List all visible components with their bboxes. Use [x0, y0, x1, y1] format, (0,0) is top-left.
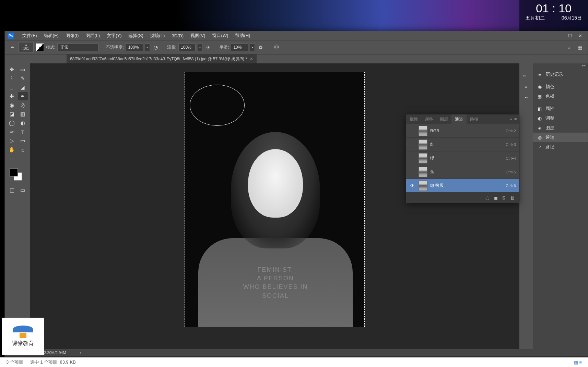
explorer-status-bar: 3 个项目 选中 1 个项目 83.9 KB ▦ ≡	[0, 357, 588, 367]
panel-swatches[interactable]: ▦ 色板	[533, 91, 588, 101]
quick-select-tool[interactable]: ✎	[18, 74, 28, 83]
shape-tool[interactable]: ▭	[18, 137, 28, 145]
menu-layer[interactable]: 图层(L)	[82, 31, 103, 40]
airbrush-icon[interactable]: ✈	[204, 44, 212, 51]
channel-row-blue[interactable]: 蓝 Ctrl+5	[406, 165, 519, 179]
menu-3d[interactable]: 3D(D)	[168, 32, 187, 40]
pen-tool[interactable]: ✑	[7, 128, 17, 136]
panel-adjustments[interactable]: ◐ 调整	[533, 113, 588, 123]
dodge-tool[interactable]: ◐	[18, 119, 28, 127]
panel-expand-icon[interactable]: »	[510, 117, 512, 122]
screen-mode-icon[interactable]: ▭	[18, 186, 28, 194]
ps-logo-icon: Ps	[8, 33, 14, 39]
stamp-tool[interactable]: ◉	[7, 101, 17, 109]
channel-row-rgb[interactable]: RGB Ctrl+2	[406, 124, 519, 138]
foreground-color[interactable]	[10, 168, 18, 176]
history-icon: ≡	[537, 71, 543, 77]
type-tool[interactable]: T	[18, 128, 28, 136]
blur-tool[interactable]: ◯	[7, 119, 17, 127]
tab-channels[interactable]: 通道	[451, 114, 467, 124]
color-picker[interactable]	[7, 167, 28, 182]
tab-close-icon[interactable]: ✕	[250, 57, 253, 61]
panel-layers[interactable]: ◈ 图层	[533, 123, 588, 133]
brush-tool-icon[interactable]: ✒	[9, 44, 16, 51]
collapse-dock-icon[interactable]: ▸▸	[523, 74, 530, 77]
menu-view[interactable]: 视图(V)	[187, 31, 209, 40]
load-selection-icon[interactable]: ◌	[485, 195, 489, 200]
menu-help[interactable]: 帮助(H)	[232, 31, 254, 40]
panel-properties[interactable]: ◧ 属性	[533, 104, 588, 113]
clock-time: 01 : 10	[523, 2, 585, 15]
channel-row-red[interactable]: 红 Ctrl+3	[406, 138, 519, 151]
history-brush-tool[interactable]: ℌ	[18, 101, 28, 109]
menu-type[interactable]: 文字(Y)	[103, 31, 125, 40]
hand-tool[interactable]: ✋	[7, 146, 17, 154]
pressure-opacity-icon[interactable]: ◔	[152, 44, 160, 51]
edit-toolbar[interactable]: ⋯	[7, 155, 17, 163]
tab-paths[interactable]: 路径	[467, 114, 482, 124]
brush-preset-picker[interactable]: 161	[19, 42, 34, 52]
save-selection-icon[interactable]: ◼	[494, 195, 498, 200]
eraser-tool[interactable]: ◪	[7, 110, 17, 118]
desktop-clock-widget: 01 : 10 五月初二 06月15日	[519, 0, 588, 31]
tab-layers[interactable]: 图层	[436, 114, 451, 124]
visibility-toggle[interactable]: 👁	[409, 183, 416, 188]
marquee-tool[interactable]: ▭	[18, 65, 28, 74]
close-button[interactable]: ✕	[575, 32, 585, 39]
flow-input[interactable]: 100%	[178, 44, 196, 51]
opacity-dropdown[interactable]: ▾	[145, 44, 150, 51]
layers-icon: ◈	[537, 125, 543, 131]
menu-select[interactable]: 选择(S)	[125, 31, 146, 40]
menu-image[interactable]: 图像(I)	[62, 31, 82, 40]
canvas-area[interactable]: FEMINIST: A PERSON WHO BELIEVES IN SOCIA…	[30, 63, 519, 356]
tab-adjustments[interactable]: 调整	[421, 114, 436, 124]
channel-row-green[interactable]: 绿 Ctrl+4	[406, 151, 519, 165]
opacity-input[interactable]: 100%	[126, 44, 143, 51]
smoothing-gear-icon[interactable]: ✿	[257, 44, 264, 51]
healing-tool[interactable]: ✚	[7, 92, 17, 100]
search-icon[interactable]: ⌕	[565, 44, 573, 51]
brush-panel-toggle-icon[interactable]	[36, 43, 44, 51]
pressure-size-icon[interactable]: ⓒ	[273, 44, 280, 51]
channel-row-green-copy[interactable]: 👁 绿 拷贝 Ctrl+6	[406, 179, 519, 193]
brush-cursor	[190, 85, 245, 126]
panel-menu-icon[interactable]: ≡	[514, 117, 517, 122]
quick-mask-icon[interactable]: ◫	[7, 186, 17, 194]
minimize-button[interactable]: ─	[555, 32, 565, 39]
document-canvas[interactable]: FEMINIST: A PERSON WHO BELIEVES IN SOCIA…	[185, 72, 365, 327]
brushes-panel-icon[interactable]: ≡	[521, 82, 531, 91]
lasso-tool[interactable]: ⌇	[7, 74, 17, 83]
maximize-button[interactable]: ☐	[565, 32, 575, 39]
smoothing-label: 平滑:	[220, 45, 229, 50]
menu-file[interactable]: 文件(F)	[19, 31, 40, 40]
document-tab[interactable]: 68ff9d91add93ff7a6cbd038ac5c57fdfec2b17d…	[67, 54, 257, 63]
panel-color[interactable]: ◉ 颜色	[533, 82, 588, 91]
panel-channels[interactable]: ◎ 通道	[533, 133, 588, 142]
brush-settings-panel-icon[interactable]: ✒	[521, 93, 531, 102]
crop-tool[interactable]: ⟂	[7, 83, 17, 91]
workspace-icon[interactable]: ▦	[576, 44, 584, 51]
collapse-right-icon[interactable]: ▸▸	[533, 63, 588, 70]
status-arrow-icon[interactable]: ›	[80, 351, 81, 355]
tab-properties[interactable]: 属性	[406, 114, 421, 124]
properties-icon: ◧	[537, 106, 543, 112]
flow-dropdown[interactable]: ▾	[198, 44, 202, 51]
eyedropper-tool[interactable]: ◢	[18, 83, 28, 91]
smoothing-dropdown[interactable]: ▾	[250, 44, 255, 51]
panel-history[interactable]: ≡ 历史记录	[533, 70, 588, 79]
new-channel-icon[interactable]: ⎘	[503, 195, 505, 200]
delete-channel-icon[interactable]: 🗑	[510, 195, 515, 200]
path-select-tool[interactable]: ▷	[7, 137, 17, 145]
smoothing-input[interactable]: 10%	[231, 44, 248, 51]
blend-mode-select[interactable]: 正常	[57, 44, 98, 51]
menu-window[interactable]: 窗口(W)	[209, 31, 232, 40]
explorer-view-icons[interactable]: ▦ ≡	[574, 360, 582, 365]
panel-paths[interactable]: ⟋ 路径	[533, 142, 588, 152]
menu-filter[interactable]: 滤镜(T)	[147, 31, 168, 40]
collapsed-panel-dock: ▸▸ ≡ ✒	[519, 63, 533, 356]
menu-edit[interactable]: 编辑(E)	[40, 31, 62, 40]
zoom-tool[interactable]: ⌕	[18, 146, 28, 154]
gradient-tool[interactable]: ▥	[18, 110, 28, 118]
brush-tool[interactable]: ✒	[18, 92, 28, 100]
move-tool[interactable]: ✥	[7, 65, 17, 74]
